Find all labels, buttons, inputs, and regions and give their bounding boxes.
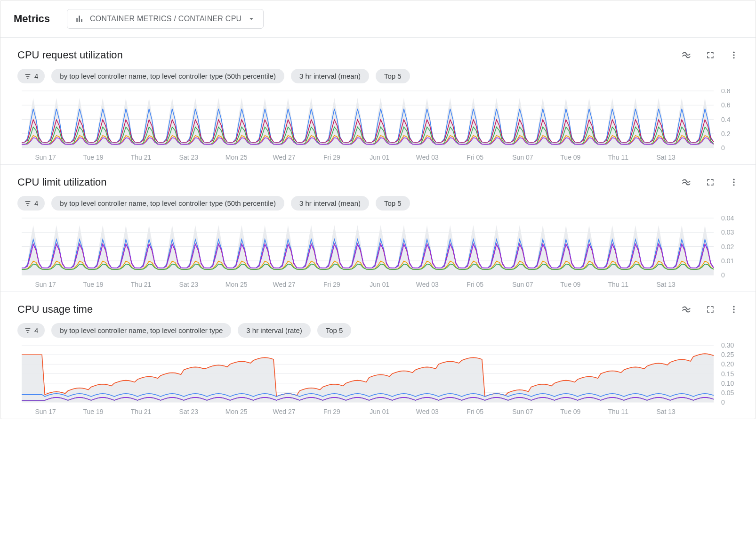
- x-tick-label: Tue 19: [83, 281, 104, 288]
- x-tick-label: Sun 17: [35, 281, 56, 288]
- svg-point-10: [733, 184, 734, 186]
- x-tick-label: Fri 05: [466, 281, 483, 288]
- x-tick-label: Sat 13: [656, 281, 676, 288]
- panel-actions: [681, 177, 739, 187]
- filter-icon: [24, 200, 32, 207]
- interval-chip[interactable]: 3 hr interval (mean): [291, 196, 369, 211]
- y-tick-label: 0.2: [721, 130, 731, 138]
- y-tick-label: 0.6: [721, 101, 731, 109]
- rank-chip[interactable]: Top 5: [317, 323, 352, 338]
- panel-header: CPU usage time: [0, 303, 756, 323]
- x-tick-label: Sun 17: [35, 408, 56, 415]
- more-icon[interactable]: [729, 305, 739, 314]
- legend-toggle-icon[interactable]: [681, 304, 692, 315]
- filter-icon: [24, 327, 32, 334]
- panel-cpu-limit-utilization: CPU limit utilization 4 by top level con…: [0, 164, 756, 292]
- x-tick-label: Thu 11: [608, 281, 628, 288]
- svg-point-8: [733, 179, 734, 180]
- svg-point-9: [733, 181, 734, 183]
- x-tick-label: Wed 27: [273, 154, 296, 161]
- panel-actions: [681, 50, 739, 60]
- x-tick-label: Wed 27: [273, 408, 296, 415]
- y-tick-label: 0.20: [721, 360, 734, 368]
- header: Metrics CONTAINER METRICS / CONTAINER CP…: [0, 0, 756, 37]
- x-tick-label: Fri 05: [466, 154, 483, 161]
- filter-chip[interactable]: 4: [17, 323, 45, 338]
- interval-chip[interactable]: 3 hr interval (rate): [238, 323, 310, 338]
- rank-chip[interactable]: Top 5: [376, 69, 410, 83]
- x-tick-label: Fri 29: [323, 154, 340, 161]
- svg-point-16: [733, 306, 734, 308]
- chart: 00.010.020.030.04Sun 17Tue 19Thu 21Sat 2…: [0, 216, 756, 292]
- x-tick-label: Sun 17: [35, 154, 56, 161]
- x-tick-label: Sat 23: [179, 408, 199, 415]
- x-tick-label: Tue 09: [560, 281, 580, 288]
- x-tick-label: Thu 11: [608, 408, 628, 415]
- x-tick-label: Thu 11: [608, 154, 628, 161]
- panel-header: CPU request utilization: [0, 49, 756, 69]
- x-tick-label: Sun 07: [512, 281, 533, 288]
- y-tick-label: 0.10: [721, 380, 734, 387]
- groupby-chip[interactable]: by top level controller name, top level …: [51, 323, 231, 338]
- chart-svg: 00.010.020.030.04Sun 17Tue 19Thu 21Sat 2…: [17, 216, 751, 292]
- x-tick-label: Jun 01: [370, 408, 389, 415]
- metrics-container: Metrics CONTAINER METRICS / CONTAINER CP…: [0, 0, 756, 419]
- filter-chip[interactable]: 4: [17, 69, 45, 83]
- filter-chip[interactable]: 4: [17, 196, 45, 211]
- chips-row: 4 by top level controller name, top leve…: [0, 323, 756, 343]
- x-tick-label: Sun 07: [512, 408, 533, 415]
- legend-toggle-icon[interactable]: [681, 50, 692, 60]
- rank-chip[interactable]: Top 5: [376, 196, 410, 211]
- y-tick-label: 0: [721, 398, 725, 406]
- y-tick-label: 0.03: [721, 228, 734, 236]
- x-tick-label: Sun 07: [512, 154, 533, 161]
- y-tick-label: 0: [721, 271, 725, 279]
- x-tick-label: Sat 13: [656, 408, 676, 415]
- fullscreen-icon[interactable]: [706, 178, 715, 187]
- envelope-area: [22, 354, 714, 402]
- panel-title: CPU usage time: [17, 303, 93, 316]
- x-tick-label: Tue 09: [560, 154, 580, 161]
- filter-icon: [24, 73, 32, 80]
- chart: 00.20.40.60.8Sun 17Tue 19Thu 21Sat 23Mon…: [0, 89, 756, 164]
- x-tick-label: Wed 27: [273, 281, 296, 288]
- more-icon[interactable]: [729, 50, 739, 60]
- svg-point-2: [733, 57, 734, 58]
- y-tick-label: 0.02: [721, 243, 734, 251]
- panel-cpu-request-utilization: CPU request utilization 4 by top level c…: [0, 37, 756, 164]
- x-tick-label: Fri 29: [323, 281, 340, 288]
- y-tick-label: 0.04: [721, 216, 734, 222]
- panel-cpu-usage-time: CPU usage time 4 by top level controller…: [0, 292, 756, 419]
- page-title: Metrics: [14, 13, 50, 25]
- groupby-chip[interactable]: by top level controller name, top level …: [51, 196, 284, 211]
- x-tick-label: Tue 19: [83, 408, 104, 415]
- x-tick-label: Thu 21: [131, 281, 152, 288]
- x-tick-label: Fri 29: [323, 408, 340, 415]
- y-tick-label: 0.25: [721, 351, 734, 358]
- x-tick-label: Wed 03: [416, 408, 439, 415]
- x-tick-label: Sat 23: [179, 154, 199, 161]
- y-tick-label: 0.4: [721, 116, 731, 123]
- chart-svg: 00.050.100.150.200.250.30Sun 17Tue 19Thu…: [17, 343, 751, 419]
- x-tick-label: Jun 01: [370, 281, 389, 288]
- x-tick-label: Sat 23: [179, 281, 199, 288]
- groupby-chip[interactable]: by top level controller name, top level …: [51, 69, 284, 83]
- x-tick-label: Fri 05: [466, 408, 483, 415]
- chevron-down-icon: [247, 15, 256, 23]
- x-tick-label: Jun 01: [370, 154, 389, 161]
- filter-count: 4: [34, 326, 38, 334]
- x-tick-label: Sat 13: [656, 154, 676, 161]
- panel-header: CPU limit utilization: [0, 176, 756, 196]
- svg-point-1: [733, 54, 734, 56]
- more-icon[interactable]: [729, 178, 739, 187]
- x-tick-label: Thu 21: [131, 154, 152, 161]
- y-tick-label: 0.01: [721, 257, 734, 265]
- panel-title: CPU limit utilization: [17, 176, 107, 188]
- svg-point-17: [733, 308, 734, 310]
- legend-toggle-icon[interactable]: [681, 177, 692, 187]
- fullscreen-icon[interactable]: [706, 50, 715, 60]
- metric-selector[interactable]: CONTAINER METRICS / CONTAINER CPU: [67, 9, 264, 29]
- interval-chip[interactable]: 3 hr interval (mean): [291, 69, 369, 83]
- panel-actions: [681, 304, 739, 315]
- fullscreen-icon[interactable]: [706, 305, 715, 314]
